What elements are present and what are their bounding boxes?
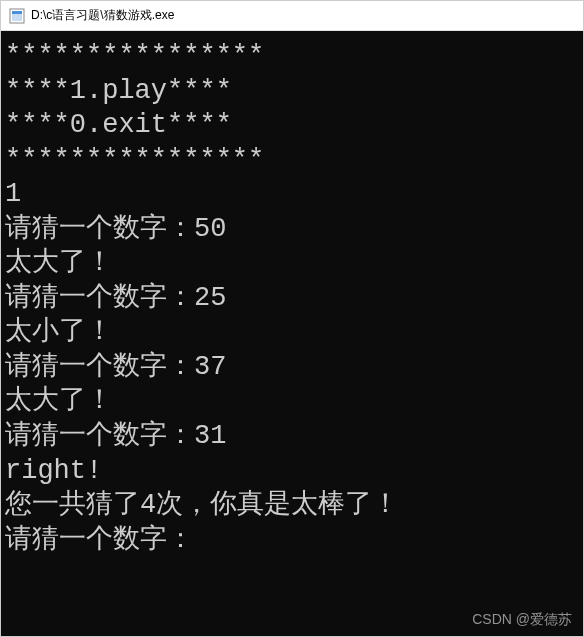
console-line: ****1.play**** — [5, 74, 579, 109]
console-line: 请猜一个数字：50 — [5, 212, 579, 247]
console-window: D:\c语言习题\猜数游戏.exe **************** ****1… — [0, 0, 584, 637]
console-line: **************** — [5, 143, 579, 178]
console-line: 请猜一个数字：37 — [5, 350, 579, 385]
console-line: **************** — [5, 39, 579, 74]
console-line: 请猜一个数字：25 — [5, 281, 579, 316]
svg-rect-2 — [12, 11, 22, 14]
titlebar: D:\c语言习题\猜数游戏.exe — [1, 1, 583, 31]
console-line: 太大了！ — [5, 246, 579, 281]
console-line: right! — [5, 454, 579, 489]
app-icon — [9, 8, 25, 24]
watermark: CSDN @爱德苏 — [472, 611, 572, 629]
console-line: 太大了！ — [5, 384, 579, 419]
console-output[interactable]: **************** ****1.play**** ****0.ex… — [1, 31, 583, 636]
console-line: 1 — [5, 177, 579, 212]
console-line: 太小了！ — [5, 315, 579, 350]
console-line: 您一共猜了4次，你真是太棒了！ — [5, 488, 579, 523]
console-line: 请猜一个数字： — [5, 523, 579, 558]
console-line: 请猜一个数字：31 — [5, 419, 579, 454]
console-line: ****0.exit**** — [5, 108, 579, 143]
window-title: D:\c语言习题\猜数游戏.exe — [31, 7, 174, 24]
